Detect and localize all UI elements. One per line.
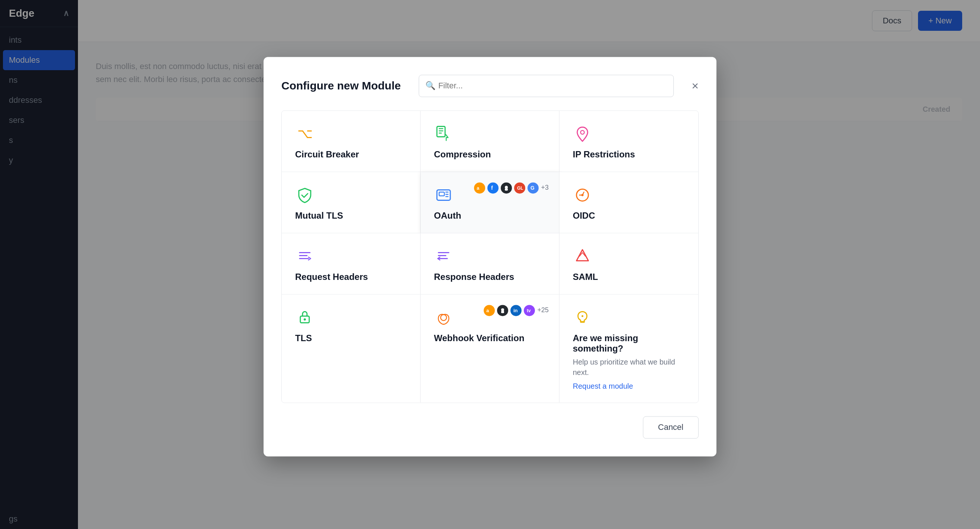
webhook-icon — [434, 308, 453, 327]
circuit-breaker-icon: ⌥ — [295, 124, 314, 143]
google-badge: G — [528, 182, 539, 193]
svg-text:G: G — [530, 185, 535, 191]
oauth-badge-count: +3 — [541, 184, 549, 191]
tls-label: TLS — [295, 333, 407, 343]
mutual-tls-label: Mutual TLS — [295, 210, 407, 221]
svg-rect-18 — [501, 311, 504, 313]
svg-text:GL: GL — [517, 186, 523, 191]
module-card-tls[interactable]: TLS — [282, 295, 421, 402]
mutual-tls-icon — [295, 185, 314, 204]
module-card-missing: Are we missing something? Help us priori… — [559, 295, 698, 402]
request-headers-icon — [295, 247, 314, 266]
svg-point-2 — [581, 130, 584, 134]
saml-icon — [573, 247, 592, 266]
svg-point-12 — [581, 194, 584, 196]
svg-text:⌥: ⌥ — [298, 126, 313, 141]
modal-title: Configure new Module — [282, 80, 401, 92]
oauth-badges: a f GL G +3 — [474, 182, 549, 193]
lightbulb-icon — [573, 308, 592, 327]
facebook-badge: f — [487, 182, 498, 193]
oidc-label: OIDC — [573, 210, 685, 221]
gitlab-badge: GL — [514, 182, 525, 193]
missing-title: Are we missing something? — [573, 333, 685, 354]
request-headers-label: Request Headers — [295, 272, 407, 282]
svg-marker-13 — [576, 249, 589, 261]
oidc-icon — [573, 185, 592, 204]
cancel-button[interactable]: Cancel — [643, 416, 698, 438]
module-card-oauth[interactable]: a f GL G +3 — [421, 172, 559, 233]
tls-icon — [295, 308, 314, 327]
module-card-webhook[interactable]: a in tv +25 Webhook — [421, 295, 559, 402]
oauth-icon — [434, 185, 453, 204]
module-card-request-headers[interactable]: Request Headers — [282, 233, 421, 295]
svg-text:a: a — [477, 185, 480, 191]
webhook-twitch-badge: tv — [524, 305, 535, 316]
modal-header: Configure new Module 🔍 × — [282, 75, 698, 97]
module-card-saml[interactable]: SAML — [559, 233, 698, 295]
search-icon: 🔍 — [425, 81, 436, 91]
svg-rect-6 — [505, 188, 508, 190]
circuit-breaker-label: Circuit Breaker — [295, 149, 407, 159]
svg-point-21 — [441, 314, 447, 320]
svg-rect-1 — [437, 126, 445, 137]
svg-point-15 — [304, 318, 306, 320]
webhook-badge-count: +25 — [537, 306, 549, 314]
response-headers-icon — [434, 247, 453, 266]
svg-point-5 — [505, 186, 508, 189]
request-module-link[interactable]: Request a module — [573, 382, 685, 390]
module-card-mutual-tls[interactable]: Mutual TLS — [282, 172, 421, 233]
module-card-circuit-breaker[interactable]: ⌥ Circuit Breaker — [282, 111, 421, 172]
github-badge — [501, 182, 512, 193]
svg-point-17 — [501, 308, 504, 311]
search-input[interactable] — [419, 75, 674, 97]
svg-text:tv: tv — [527, 308, 531, 313]
webhook-amazon-badge: a — [484, 305, 495, 316]
module-card-response-headers[interactable]: Response Headers — [421, 233, 559, 295]
ip-restrictions-icon — [573, 124, 592, 143]
configure-module-modal: Configure new Module 🔍 × ⌥ Circuit Break… — [264, 57, 716, 456]
module-card-compression[interactable]: Compression — [421, 111, 559, 172]
modal-search-container: 🔍 — [419, 75, 674, 97]
amazon-badge: a — [474, 182, 485, 193]
svg-rect-10 — [439, 192, 444, 196]
module-card-ip-restrictions[interactable]: IP Restrictions — [559, 111, 698, 172]
svg-point-23 — [582, 315, 584, 317]
svg-text:f: f — [491, 185, 493, 191]
module-card-oidc[interactable]: OIDC — [559, 172, 698, 233]
modal-footer: Cancel — [282, 416, 698, 438]
oauth-label: OAuth — [434, 210, 546, 221]
svg-rect-22 — [580, 322, 585, 323]
saml-label: SAML — [573, 272, 685, 282]
webhook-linkedin-badge: in — [511, 305, 522, 316]
webhook-label: Webhook Verification — [434, 333, 546, 343]
svg-text:a: a — [486, 308, 489, 313]
webhook-badges: a in tv +25 — [484, 305, 549, 316]
compression-label: Compression — [434, 149, 546, 159]
module-grid: ⌥ Circuit Breaker Compression — [282, 110, 698, 403]
missing-desc: Help us prioritize what we build next. — [573, 357, 685, 378]
response-headers-label: Response Headers — [434, 272, 546, 282]
ip-restrictions-label: IP Restrictions — [573, 149, 685, 159]
close-button[interactable]: × — [692, 80, 698, 92]
svg-text:in: in — [513, 308, 518, 313]
webhook-github-badge — [497, 305, 508, 316]
compression-icon — [434, 124, 453, 143]
